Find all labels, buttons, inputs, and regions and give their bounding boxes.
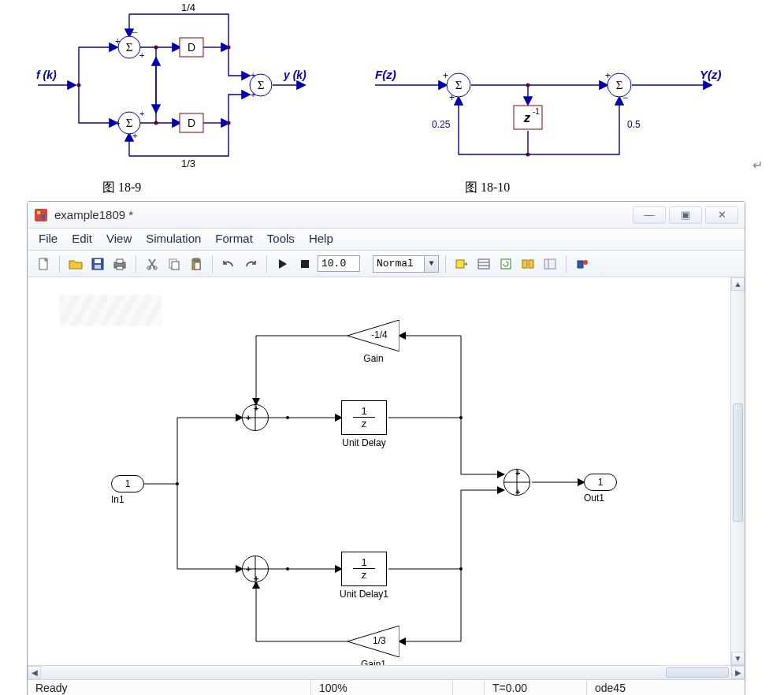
toolbar: ▼ <box>28 251 745 277</box>
unit-delay-top[interactable]: 1 z Unit Delay <box>341 400 387 435</box>
svg-point-80 <box>286 567 289 570</box>
svg-rect-48 <box>95 265 101 269</box>
svg-text:Σ: Σ <box>455 79 463 91</box>
svg-text:Σ: Σ <box>616 79 623 91</box>
menu-format[interactable]: Format <box>215 232 253 245</box>
update-icon <box>477 258 491 270</box>
undo-button[interactable] <box>219 255 238 273</box>
svg-point-78 <box>286 416 289 419</box>
play-icon <box>277 258 288 269</box>
window-title: example1809 * <box>54 208 630 221</box>
titlebar: example1809 * — ▣ ✕ <box>28 202 745 229</box>
menu-help[interactable]: Help <box>309 232 333 245</box>
output-label: y (k) <box>283 69 307 81</box>
svg-text:-1: -1 <box>533 107 540 116</box>
svg-point-79 <box>459 416 463 419</box>
menu-tools[interactable]: Tools <box>267 232 295 245</box>
svg-text:+: + <box>605 70 611 81</box>
svg-rect-69 <box>578 261 583 268</box>
vscroll-thumb[interactable] <box>733 403 743 522</box>
close-button[interactable]: ✕ <box>705 206 738 224</box>
print-button[interactable] <box>110 255 129 273</box>
gain-bot-label: 1/3 <box>181 158 195 169</box>
sim-mode-combo[interactable]: ▼ <box>373 255 439 273</box>
redo-button[interactable] <box>241 255 260 273</box>
menu-file[interactable]: File <box>39 232 58 245</box>
sum-bottom[interactable]: + + <box>242 556 269 582</box>
svg-rect-51 <box>117 266 123 269</box>
cut-icon <box>146 258 158 270</box>
svg-rect-47 <box>95 259 101 263</box>
gain-top[interactable]: -1/4 Gain <box>347 320 399 351</box>
copy-button[interactable] <box>165 255 184 273</box>
save-button[interactable] <box>88 255 107 273</box>
menu-simulation[interactable]: Simulation <box>146 232 201 245</box>
chevron-down-icon[interactable]: ▼ <box>424 256 438 272</box>
build-icon <box>455 258 469 270</box>
gain-left: 0.25 <box>432 119 451 130</box>
library-browser-button[interactable] <box>518 255 537 273</box>
scroll-left-icon[interactable]: ◀ <box>28 666 41 679</box>
status-spacer <box>453 680 485 695</box>
refresh-button[interactable] <box>496 255 515 273</box>
input-label: F(z) <box>375 68 396 81</box>
menu-edit[interactable]: Edit <box>72 232 92 245</box>
hscroll-thumb[interactable] <box>666 667 729 678</box>
status-zoom: 100% <box>311 680 453 695</box>
paste-button[interactable] <box>187 255 206 273</box>
refresh-icon <box>500 258 512 270</box>
gain-top-value: -1/4 <box>371 329 388 340</box>
svg-text:D: D <box>188 117 195 129</box>
unit-delay-bottom[interactable]: 1 z Unit Delay1 <box>341 552 387 586</box>
model-canvas[interactable]: 1 In1 1 Out1 + + + + + <box>28 277 730 665</box>
explorer-icon <box>543 258 557 270</box>
svg-rect-61 <box>478 259 489 269</box>
paste-icon <box>190 258 203 270</box>
debug-icon <box>575 258 589 270</box>
svg-rect-44 <box>42 214 45 219</box>
start-sim-button[interactable] <box>273 255 292 273</box>
menu-view[interactable]: View <box>106 232 132 245</box>
model-explorer-button[interactable] <box>541 255 559 273</box>
minimize-button[interactable]: — <box>633 206 666 224</box>
app-icon <box>34 208 48 222</box>
model-canvas-wrap: 1 In1 1 Out1 + + + + + <box>28 277 745 665</box>
horizontal-scrollbar[interactable]: ◀ ▶ <box>28 665 745 679</box>
scroll-up-icon[interactable]: ▲ <box>731 277 745 291</box>
stop-sim-button[interactable] <box>295 255 314 273</box>
svg-rect-65 <box>522 260 527 268</box>
library-icon <box>521 258 535 270</box>
maximize-button[interactable]: ▣ <box>669 206 702 224</box>
svg-text:+: + <box>132 131 137 140</box>
svg-point-70 <box>583 260 588 265</box>
sum-top[interactable]: + + <box>242 404 269 431</box>
debug-button[interactable] <box>573 255 592 273</box>
unit-delay-top-label: Unit Delay <box>333 437 396 448</box>
cut-button[interactable] <box>143 255 162 273</box>
svg-text:+: + <box>139 109 144 118</box>
gain-right: 0.5 <box>627 119 641 130</box>
sim-mode-value[interactable] <box>373 257 424 271</box>
update-diagram-button[interactable] <box>474 255 493 273</box>
status-ready: Ready <box>28 680 311 695</box>
simulink-window: example1809 * — ▣ ✕ File Edit View Simul… <box>27 201 745 695</box>
gain-bottom[interactable]: 1/3 Gain1 <box>347 626 399 657</box>
build-button[interactable] <box>452 255 471 273</box>
svg-text:+: + <box>449 92 455 103</box>
svg-text:+: + <box>251 90 255 99</box>
vertical-scrollbar[interactable]: ▲ ▼ <box>730 277 745 665</box>
sum-out[interactable]: + + <box>503 469 530 496</box>
new-button[interactable] <box>34 255 53 273</box>
svg-text:–: – <box>132 27 138 36</box>
svg-rect-59 <box>301 260 309 268</box>
svg-text:Σ: Σ <box>126 117 133 129</box>
gain-top-label: 1/4 <box>181 2 195 13</box>
scroll-right-icon[interactable]: ▶ <box>731 666 745 679</box>
svg-rect-67 <box>544 259 555 269</box>
status-t: T=0.00 <box>485 680 587 695</box>
open-button[interactable] <box>66 255 85 273</box>
gain-bottom-value: 1/3 <box>373 635 386 646</box>
stop-time-input[interactable] <box>318 255 360 272</box>
caption-18-10: 图 18-10 <box>465 180 510 196</box>
scroll-down-icon[interactable]: ▼ <box>731 652 745 665</box>
